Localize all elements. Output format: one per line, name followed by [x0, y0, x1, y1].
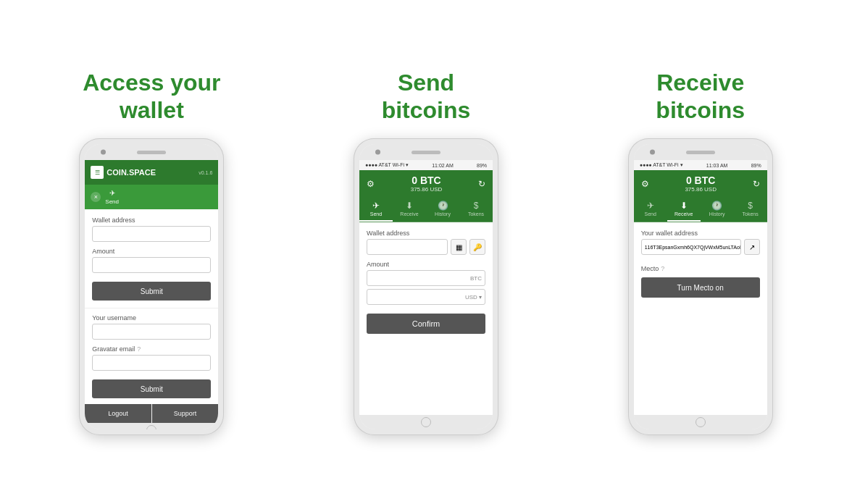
- btc-currency-label: BTC: [470, 275, 482, 282]
- send-wallet-label: Wallet address: [367, 230, 485, 237]
- username-label: Your username: [92, 314, 211, 322]
- history-tab-icon-3: 🕐: [711, 201, 722, 211]
- send-icon: ✈: [109, 189, 115, 197]
- key-button[interactable]: 🔑: [469, 239, 485, 255]
- wallet-section: Access yourwallet ☰ COIN.SPACE: [22, 69, 282, 436]
- phone-camera-3: [650, 150, 655, 155]
- tokens-tab-label-2: Tokens: [468, 211, 484, 217]
- tab-tokens-3[interactable]: $ Tokens: [734, 197, 767, 222]
- mecto-info-icon: ?: [661, 265, 664, 272]
- battery-2: 89%: [477, 163, 487, 168]
- btc-amount-2: 0 BTC: [375, 175, 478, 186]
- amount-label: Amount: [92, 248, 211, 255]
- tab-receive-2[interactable]: ⬇ Receive: [393, 197, 426, 222]
- logo-icon: ☰: [91, 166, 104, 179]
- home-button-2[interactable]: [421, 417, 431, 427]
- phone-top-bar-3: [634, 144, 767, 160]
- your-wallet-label: Your wallet address: [641, 230, 760, 237]
- usd-currency-label: USD ▾: [465, 294, 482, 301]
- amount-input[interactable]: [92, 257, 211, 273]
- refresh-icon-3[interactable]: ↻: [753, 179, 760, 189]
- header-balance-2: 0 BTC 375.86 USD: [375, 175, 478, 193]
- settings-icon-3[interactable]: ⚙: [641, 179, 649, 189]
- usd-amount-row: USD ▾: [367, 289, 485, 305]
- send-tab-icon-2: ✈: [372, 201, 380, 211]
- tokens-tab-icon-2: $: [474, 201, 479, 211]
- app-header-3: ⚙ 0 BTC 375.86 USD ↻: [634, 170, 767, 197]
- history-tab-icon-2: 🕐: [438, 201, 448, 211]
- phone-home-2: [359, 415, 493, 429]
- btc-amount-3: 0 BTC: [649, 175, 753, 186]
- send-menu: × ✈ Send: [85, 185, 218, 209]
- refresh-icon-2[interactable]: ↻: [478, 179, 485, 189]
- qr-button[interactable]: ▦: [451, 239, 467, 255]
- wallet-address-label: Wallet address: [92, 217, 211, 224]
- close-button[interactable]: ×: [91, 192, 101, 202]
- status-bar-2: ●●●● AT&T Wi-Fi ▾ 11:02 AM 89%: [359, 160, 493, 170]
- phone-inner-3: ●●●● AT&T Wi-Fi ▾ 11:03 AM 89% ⚙ 0 BTC 3…: [634, 144, 767, 429]
- history-tab-label-2: History: [435, 211, 451, 217]
- page-container: Access yourwallet ☰ COIN.SPACE: [22, 69, 830, 436]
- home-button-1[interactable]: [146, 425, 156, 429]
- phone-inner-2: ●●●● AT&T Wi-Fi ▾ 11:02 AM 89% ⚙ 0 BTC 3…: [359, 144, 493, 429]
- header-balance-3: 0 BTC 375.86 USD: [649, 175, 753, 193]
- send-title: Sendbitcoins: [382, 69, 471, 125]
- btc-amount-row: BTC: [367, 270, 485, 286]
- amount-send-label: Amount: [367, 261, 485, 268]
- send-wallet-row: ▦ 🔑: [367, 239, 485, 255]
- usd-amount-3: 375.86 USD: [649, 186, 753, 193]
- receive-wallet-row: 116T3EpsanGxmh6QX7QjVWxM5unLTAoK4 ↗: [641, 239, 760, 259]
- wallet-address-input[interactable]: [92, 226, 211, 242]
- share-button[interactable]: ↗: [744, 239, 760, 255]
- username-input[interactable]: [92, 324, 211, 340]
- send-section: Sendbitcoins ●●●● AT&T Wi-Fi ▾ 11:02 AM …: [296, 69, 556, 436]
- login-fields: Your username Gravatar email ? Submit: [85, 308, 218, 404]
- submit-button[interactable]: Submit: [92, 282, 211, 301]
- settings-icon-2[interactable]: ⚙: [367, 179, 375, 189]
- receive-tab-label-2: Receive: [400, 211, 418, 217]
- tab-send-3[interactable]: ✈ Send: [634, 197, 667, 222]
- tokens-tab-icon-3: $: [748, 201, 753, 211]
- turn-mecto-button[interactable]: Turn Mecto on: [641, 277, 760, 298]
- version-text: v0.1.6: [199, 170, 212, 175]
- btc-amount-input[interactable]: [367, 270, 485, 286]
- tab-send-2[interactable]: ✈ Send: [359, 197, 393, 222]
- mecto-label: Mecto ?: [641, 265, 760, 272]
- tab-tokens-2[interactable]: $ Tokens: [459, 197, 493, 222]
- logout-button[interactable]: Logout: [85, 404, 151, 423]
- tab-receive-3[interactable]: ⬇ Receive: [667, 197, 701, 222]
- send-tab-label-3: Send: [644, 211, 656, 217]
- tokens-tab-label-3: Tokens: [743, 211, 759, 217]
- bottom-bar: Logout Support: [85, 404, 218, 423]
- send-label: Send: [105, 198, 119, 205]
- tab-bar-2: ✈ Send ⬇ Receive 🕐 History $ Tokens: [359, 197, 493, 222]
- phone-frame-2: ●●●● AT&T Wi-Fi ▾ 11:02 AM 89% ⚙ 0 BTC 3…: [354, 138, 498, 435]
- receive-tab-label-3: Receive: [674, 211, 693, 217]
- status-bar-3: ●●●● AT&T Wi-Fi ▾ 11:03 AM 89%: [634, 160, 767, 170]
- phone-speaker-3: [686, 151, 715, 154]
- send-wallet-input[interactable]: [367, 239, 448, 255]
- login-submit-button[interactable]: Submit: [92, 379, 211, 398]
- phone-home-1: [85, 423, 218, 429]
- send-tab-label-2: Send: [370, 211, 382, 217]
- receive-section: Receivebitcoins ●●●● AT&T Wi-Fi ▾ 11:03 …: [570, 69, 830, 436]
- phone-speaker-1: [137, 151, 166, 154]
- time-3: 11:03 AM: [706, 163, 728, 168]
- tab-history-3[interactable]: 🕐 History: [701, 197, 734, 222]
- login-screen: ☰ COIN.SPACE v0.1.6 × ✈ Send: [85, 160, 218, 423]
- send-tab-icon-3: ✈: [647, 201, 654, 211]
- phone-frame-1: ☰ COIN.SPACE v0.1.6 × ✈ Send: [79, 138, 224, 435]
- send-content: Wallet address ▦ 🔑 Amount BTC: [359, 222, 493, 415]
- phone-top-bar-1: [85, 144, 218, 160]
- tab-history-2[interactable]: 🕐 History: [426, 197, 459, 222]
- receive-tab-icon-2: ⬇: [406, 201, 413, 211]
- home-button-3[interactable]: [696, 417, 706, 427]
- phone-top-bar-2: [359, 144, 493, 160]
- support-button[interactable]: Support: [152, 404, 219, 423]
- gravatar-info-icon: ?: [137, 345, 141, 353]
- phone-frame-3: ●●●● AT&T Wi-Fi ▾ 11:03 AM 89% ⚙ 0 BTC 3…: [628, 138, 773, 435]
- phone-speaker-2: [412, 151, 440, 154]
- gravatar-input[interactable]: [92, 355, 211, 371]
- confirm-button[interactable]: Confirm: [367, 314, 485, 334]
- logo-text: COIN.SPACE: [106, 168, 156, 177]
